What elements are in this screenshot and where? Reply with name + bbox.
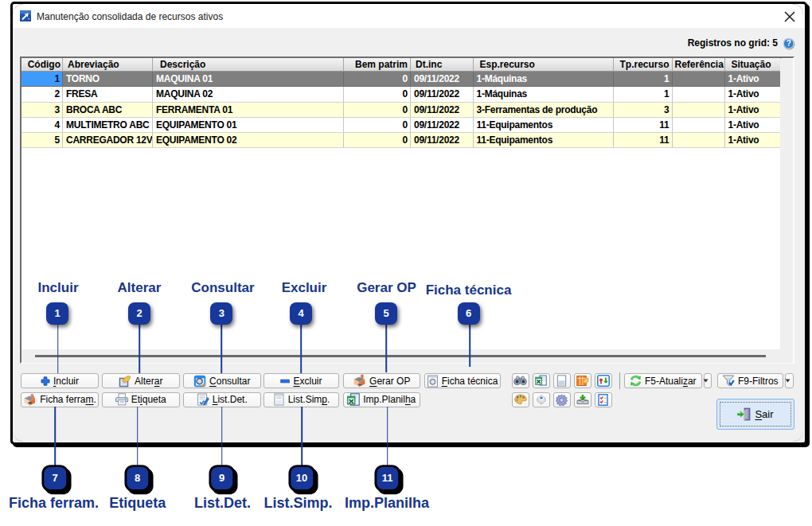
svg-text:?: ?: [787, 39, 791, 48]
